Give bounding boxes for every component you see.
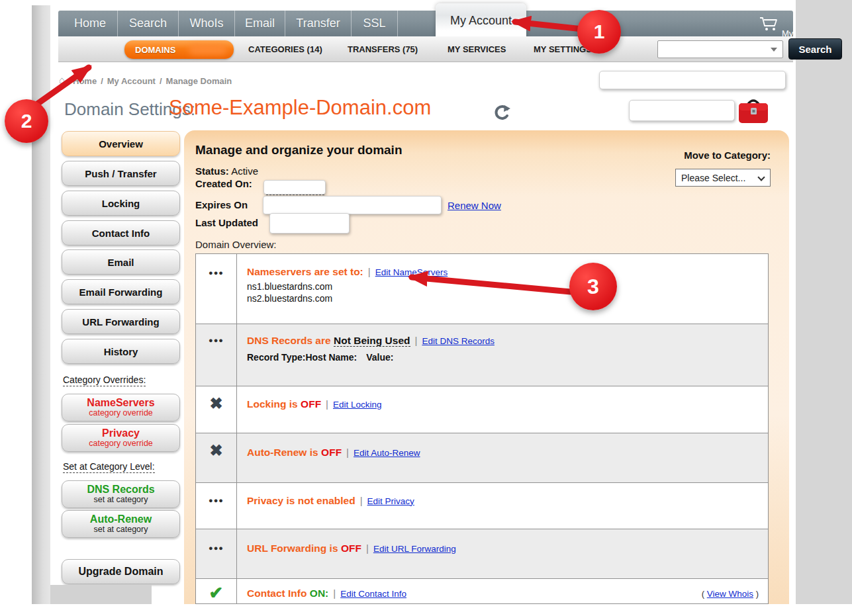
edit-auto-renew-link[interactable]: Edit Auto-Renew	[354, 448, 420, 458]
sidebar-item-dns-records-category[interactable]: DNS Records set at category	[62, 480, 180, 508]
sidebar-item-nameservers-override[interactable]: NameServers category override	[62, 394, 180, 421]
expires-line: Expires On	[195, 199, 248, 210]
created-line: Created On:	[195, 178, 252, 189]
separator: |	[415, 335, 418, 346]
annotation-badge-2: 2	[5, 99, 48, 143]
subnav-my-services[interactable]: MY SERVICES	[448, 36, 506, 62]
tab-transfer[interactable]: Transfer	[285, 11, 352, 36]
edit-nameservers-link[interactable]: Edit NameServers	[375, 267, 448, 277]
subnav-categories[interactable]: CATEGORIES (14)	[248, 36, 322, 62]
toolbox-icon[interactable]	[736, 95, 771, 126]
tab-my-account[interactable]: My Account	[436, 3, 526, 38]
row-url-forwarding: ●●● URL Forwarding is OFF|Edit URL Forwa…	[196, 529, 768, 578]
override-subtitle: category override	[89, 439, 153, 448]
sidebar-item-url-forwarding[interactable]: URL Forwarding	[62, 309, 180, 334]
refresh-icon[interactable]	[494, 104, 511, 121]
edit-dns-records-link[interactable]: Edit DNS Records	[422, 336, 495, 346]
separator: |	[360, 495, 363, 506]
breadcrumb-manage-domain: Manage Domain	[166, 76, 232, 86]
separator: |	[333, 588, 336, 599]
breadcrumb-my-account[interactable]: My Account	[107, 76, 156, 86]
locking-title: Locking is	[247, 398, 298, 410]
row-auto-renew: ✖ Auto-Renew is OFF|Edit Auto-Renew	[196, 433, 768, 482]
edit-contact-info-link[interactable]: Edit Contact Info	[340, 589, 406, 599]
category-overrides-heading[interactable]: Category Overrides:	[63, 374, 146, 386]
annotation-badge-1: 1	[577, 10, 621, 54]
category-select[interactable]: Please Select...	[675, 169, 771, 187]
sidebar-item-push-transfer[interactable]: Push / Transfer	[62, 161, 180, 186]
sidebar-item-privacy-override[interactable]: Privacy category override	[62, 424, 180, 452]
paren-close: )	[756, 589, 759, 599]
expires-label: Expires On	[195, 199, 248, 210]
cart-icon[interactable]	[759, 16, 780, 32]
sidebar-item-contact-info[interactable]: Contact Info	[62, 220, 180, 245]
record-type-label: Record Type:	[247, 352, 305, 363]
breadcrumb-separator: /	[101, 76, 103, 86]
domain-search-combobox[interactable]	[657, 40, 783, 58]
upgrade-domain-button[interactable]: Upgrade Domain	[62, 559, 180, 584]
breadcrumb-home[interactable]: Home	[73, 76, 97, 86]
paren-open: (	[702, 589, 704, 599]
x-icon: ✖	[209, 386, 222, 433]
nameserver-2: ns2.bluestardns.com	[247, 293, 448, 304]
category-select-value: Please Select...	[681, 173, 745, 183]
row-locking: ✖ Locking is OFF|Edit Locking	[196, 386, 768, 433]
chevron-down-icon	[771, 48, 777, 52]
page-title-domain: Some-Example-Domain.com	[169, 96, 431, 120]
right-margin	[796, 0, 852, 604]
nameservers-title: Nameservers are set to:	[247, 266, 363, 277]
check-icon: ✔	[209, 579, 224, 603]
renew-now-link[interactable]: Renew Now	[448, 200, 501, 211]
separator: |	[368, 266, 371, 277]
manage-heading: Manage and organize your domain	[195, 143, 402, 157]
contact-info-status: ON:	[310, 588, 328, 599]
dots-icon: ●●●	[209, 529, 224, 578]
override-title: NameServers	[87, 398, 154, 409]
breadcrumb-separator: /	[160, 76, 162, 86]
x-icon: ✖	[209, 433, 222, 482]
domain-overview-label: Domain Overview:	[195, 239, 277, 250]
row-dns-records: ●●● DNS Records are Not Being Used|Edit …	[196, 324, 768, 386]
dots-icon: ●●●	[209, 254, 224, 324]
status-value: Active	[231, 165, 258, 177]
override-title: Privacy	[102, 428, 140, 439]
left-gutter-strip	[32, 5, 50, 604]
chevron-down-icon	[757, 173, 765, 181]
separator: |	[346, 447, 349, 458]
subnav-transfers[interactable]: TRANSFERS (75)	[348, 36, 418, 62]
domain-overview-table: ●●● Nameservers are set to:|Edit NameSer…	[195, 253, 769, 604]
annotation-badge-3: 3	[569, 263, 617, 310]
edit-url-forwarding-link[interactable]: Edit URL Forwarding	[373, 544, 456, 554]
tab-home[interactable]: Home	[63, 11, 118, 36]
sidebar-item-email[interactable]: Email	[62, 249, 180, 275]
sidebar-item-locking[interactable]: Locking	[62, 191, 180, 216]
tab-email[interactable]: Email	[235, 11, 285, 36]
redacted-box-title	[629, 100, 735, 121]
sidebar-item-overview[interactable]: Overview	[62, 131, 180, 156]
edit-privacy-link[interactable]: Edit Privacy	[367, 496, 414, 506]
tab-search[interactable]: Search	[118, 11, 179, 36]
dots-icon: ●●●	[209, 324, 224, 386]
search-button[interactable]: Search	[788, 38, 842, 60]
category-subtitle: set at category	[94, 496, 148, 504]
override-subtitle: category override	[89, 409, 153, 418]
move-to-category-label: Move to Category:	[629, 150, 771, 161]
updated-label: Last Updated	[195, 217, 258, 228]
host-name-label: Host Name:	[305, 352, 357, 363]
subnav-domains-button[interactable]: DOMAINS	[124, 40, 234, 59]
sidebar-item-auto-renew-category[interactable]: Auto-Renew set at category	[62, 510, 180, 538]
view-whois-link[interactable]: View Whois	[707, 589, 753, 599]
status-line: Status: Active	[195, 165, 258, 177]
dns-status: Not Being Used	[334, 335, 410, 347]
url-forwarding-title: URL Forwarding is	[247, 543, 338, 554]
set-at-category-heading[interactable]: Set at Category Level:	[63, 461, 155, 473]
tab-ssl[interactable]: SSL	[352, 11, 398, 36]
edit-locking-link[interactable]: Edit Locking	[333, 400, 382, 410]
sidebar-item-email-forwarding[interactable]: Email Forwarding	[62, 279, 180, 304]
tab-whois[interactable]: WhoIs	[179, 11, 235, 36]
sidebar-item-history[interactable]: History	[62, 339, 180, 364]
domain-settings-page: Home Search WhoIs Email Transfer SSL My …	[0, 0, 852, 616]
row-privacy: ●●● Privacy is not enabled|Edit Privacy	[196, 482, 768, 529]
redacted-box-top	[599, 71, 786, 89]
value-label: Value:	[366, 352, 393, 363]
